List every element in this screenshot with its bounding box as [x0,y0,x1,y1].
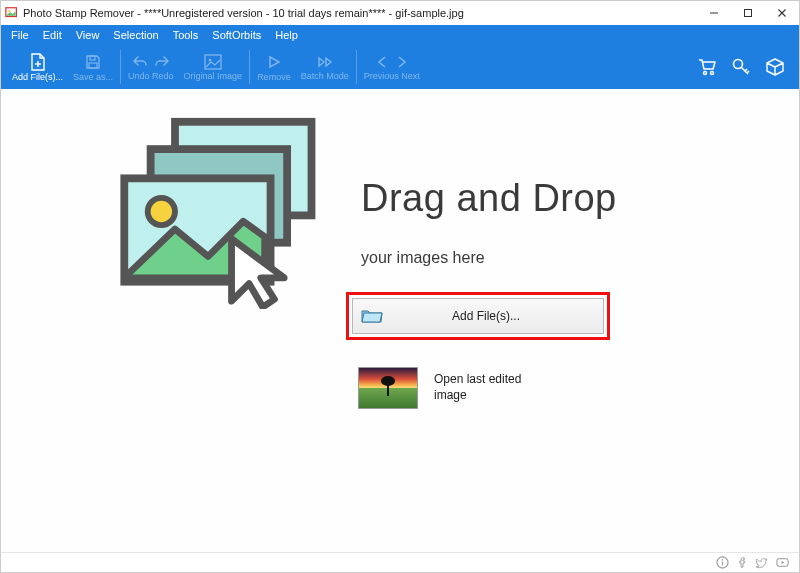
batch-icon [317,53,333,71]
twitter-icon[interactable] [755,556,769,570]
add-files-highlight: Add File(s)... [346,292,610,340]
tool-batch-mode[interactable]: Batch Mode [296,47,354,87]
svg-point-18 [148,198,175,225]
tool-label: Remove [257,72,291,82]
key-icon[interactable] [731,57,751,77]
original-image-icon [204,53,222,71]
svg-rect-8 [90,56,95,60]
tool-label: Add File(s)... [12,72,63,82]
open-last-edited[interactable]: Open last edited image [358,367,544,409]
next-icon [395,55,409,69]
toolbar-separator [356,50,357,84]
main-area[interactable]: Drag and Drop your images here Add File(… [1,89,799,552]
svg-point-1 [8,10,10,12]
play-icon [267,53,281,71]
toolbar: Add File(s)... Save as... Undo Redo Orig… [1,45,799,89]
tool-label: Previous Next [364,71,420,81]
tool-label: Undo Redo [128,71,174,81]
app-window: Photo Stamp Remover - ****Unregistered v… [0,0,800,573]
svg-rect-3 [745,10,752,17]
toolbar-separator [249,50,250,84]
menu-edit[interactable]: Edit [37,28,68,42]
svg-rect-9 [89,63,97,68]
maximize-button[interactable] [731,1,765,25]
menu-help[interactable]: Help [269,28,304,42]
app-icon [5,6,19,20]
tool-label: Batch Mode [301,72,349,81]
minimize-button[interactable] [697,1,731,25]
save-icon [85,53,101,71]
redo-icon [154,55,170,69]
folder-icon [361,308,383,324]
add-files-label: Add File(s)... [393,309,603,323]
tool-remove[interactable]: Remove [252,47,296,87]
tool-label: Save as... [73,72,113,82]
open-last-edited-label: Open last edited image [434,372,544,403]
window-title: Photo Stamp Remover - ****Unregistered v… [23,7,464,19]
facebook-icon[interactable] [735,556,749,570]
add-file-icon [30,53,46,71]
previous-icon [375,55,389,69]
menu-view[interactable]: View [70,28,106,42]
last-edited-thumbnail [358,367,418,409]
tool-prev-next[interactable]: Previous Next [359,47,425,87]
info-icon[interactable] [715,556,729,570]
close-button[interactable] [765,1,799,25]
cube-icon[interactable] [765,57,785,77]
menu-file[interactable]: File [5,28,35,42]
tool-add-files[interactable]: Add File(s)... [7,47,68,87]
youtube-icon[interactable] [775,556,789,570]
tool-save-as[interactable]: Save as... [68,47,118,87]
svg-point-11 [208,59,211,62]
headline: Drag and Drop [361,177,617,220]
tool-label: Original Image [184,72,243,81]
cart-icon[interactable] [697,57,717,77]
tool-original-image[interactable]: Original Image [179,47,248,87]
titlebar: Photo Stamp Remover - ****Unregistered v… [1,1,799,25]
svg-point-12 [704,72,707,75]
menu-softorbits[interactable]: SoftOrbits [206,28,267,42]
menubar: File Edit View Selection Tools SoftOrbit… [1,25,799,45]
toolbar-separator [120,50,121,84]
dragdrop-illustration [106,114,322,309]
footer [1,552,799,572]
subline: your images here [361,249,485,267]
svg-point-13 [711,72,714,75]
undo-icon [132,55,148,69]
svg-point-20 [721,559,723,561]
menu-tools[interactable]: Tools [167,28,205,42]
menu-selection[interactable]: Selection [107,28,164,42]
add-files-button[interactable]: Add File(s)... [352,298,604,334]
tool-undo-redo[interactable]: Undo Redo [123,47,179,87]
